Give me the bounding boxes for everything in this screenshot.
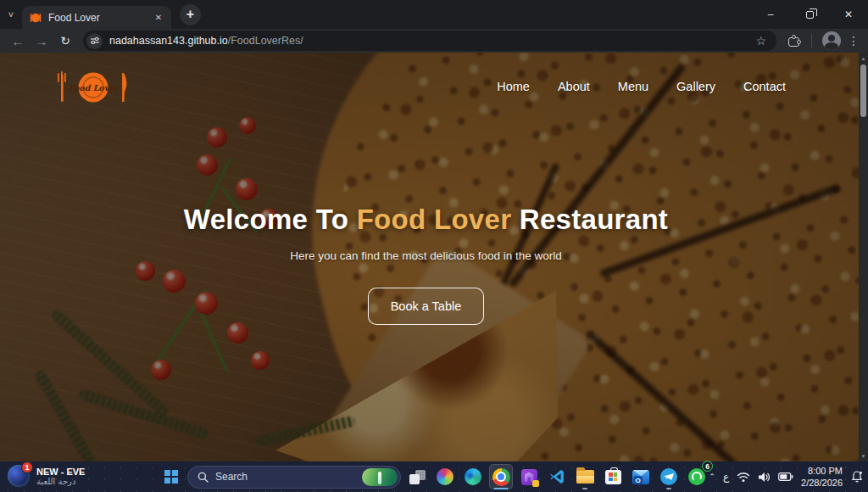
copilot-icon	[437, 468, 453, 485]
system-tray: ⌃ ع 8:00 PM 2/28/2026	[709, 461, 864, 492]
task-view-icon	[409, 470, 426, 484]
restore-icon	[806, 11, 814, 19]
running-indicator	[582, 488, 587, 490]
task-view-button[interactable]	[405, 464, 429, 489]
tab-title: Food Lover	[48, 12, 145, 24]
hero-title: Welcome To Food Lover Restaurant	[0, 204, 852, 236]
search-icon	[198, 472, 209, 483]
outlook-button[interactable]	[629, 464, 653, 489]
site-favicon-icon	[30, 12, 42, 24]
vscode-icon	[548, 468, 565, 485]
toolbar-divider	[811, 34, 812, 48]
profile-avatar[interactable]	[822, 31, 841, 50]
telegram-button[interactable]	[657, 464, 681, 489]
browser-menu-icon[interactable]: ⋮	[846, 34, 861, 48]
search-daily-image	[362, 468, 398, 486]
url-bar[interactable]: nadahassan143.github.io/FoodLoverRes/ ☆	[83, 31, 776, 51]
tab-list-chevron-icon[interactable]: ˅	[0, 9, 22, 20]
forward-button[interactable]: →	[31, 30, 53, 52]
bookmark-star-icon[interactable]: ☆	[755, 34, 773, 48]
file-explorer-button[interactable]	[573, 464, 597, 489]
page-viewport: Food Lover Home About Menu Gallery Conta…	[0, 53, 868, 461]
extensions-icon[interactable]	[788, 36, 799, 47]
site-settings-icon[interactable]	[86, 33, 103, 49]
nav-link-contact[interactable]: Contact	[743, 80, 786, 93]
back-button[interactable]: ←	[7, 30, 29, 52]
url-path: /FoodLoverRes/	[228, 35, 303, 47]
microsoft-store-button[interactable]	[601, 464, 625, 489]
vscode-button[interactable]	[545, 464, 569, 489]
site-logo[interactable]: Food Lover	[49, 66, 137, 107]
site-header: Food Lover Home About Menu Gallery Conta…	[0, 66, 859, 107]
file-explorer-icon	[576, 470, 594, 484]
hero-subtitle: Here you can find the most delicious foo…	[0, 249, 852, 262]
copilot-button[interactable]	[433, 464, 457, 489]
taskbar-search[interactable]: Search	[187, 466, 401, 489]
nav-link-gallery[interactable]: Gallery	[676, 80, 715, 93]
tray-time: 8:00 PM	[801, 465, 843, 477]
scrollbar-down-icon[interactable]: ▼	[859, 450, 868, 461]
nav-link-menu[interactable]: Menu	[618, 80, 648, 93]
edge-icon	[465, 468, 481, 485]
scrollbar-thumb[interactable]	[860, 64, 866, 117]
taskbar: 1 NEW - EVE درجة اللعبة Search	[0, 461, 868, 492]
logo-text: Food Lover	[69, 83, 120, 92]
restore-button[interactable]	[790, 0, 829, 29]
volume-icon[interactable]	[758, 472, 771, 483]
outlook-icon	[632, 470, 649, 484]
windows-logo-icon	[164, 470, 178, 484]
new-tab-button[interactable]: +	[180, 4, 201, 25]
widget-subline: درجة اللعبة	[36, 477, 85, 486]
widget-headline: NEW - EVE	[36, 467, 85, 477]
reload-button[interactable]: ↻	[54, 30, 76, 52]
browser-toolbar: ← → ↻ nadahassan143.github.io/FoodLoverR…	[0, 29, 868, 53]
taskbar-center: Search	[159, 461, 709, 492]
tray-overflow-chevron-icon[interactable]: ⌃	[709, 472, 715, 481]
scrollbar-up-icon[interactable]: ▲	[859, 53, 868, 64]
browser-titlebar: ˅ Food Lover ✕ + – ✕	[0, 0, 868, 29]
book-table-button[interactable]: Book a Table	[368, 288, 485, 325]
hero-copy: Welcome To Food Lover Restaurant Here yo…	[0, 204, 852, 325]
taskbar-clock[interactable]: 8:00 PM 2/28/2026	[801, 465, 843, 489]
nav-link-home[interactable]: Home	[497, 80, 530, 93]
url-text: nadahassan143.github.io/FoodLoverRes/	[109, 35, 303, 47]
url-host: nadahassan143.github.io	[109, 35, 228, 47]
running-indicator	[666, 488, 671, 490]
widgets-badge: 1	[21, 461, 33, 473]
window-controls: – ✕	[751, 0, 868, 29]
microsoft-store-icon	[605, 470, 621, 484]
hero-title-highlight: Food Lover	[357, 204, 512, 235]
chrome-button[interactable]	[489, 464, 513, 489]
notification-bell-icon[interactable]	[850, 470, 864, 484]
language-indicator[interactable]: ع	[723, 471, 729, 483]
minimize-button[interactable]: –	[751, 0, 790, 29]
site-nav: Home About Menu Gallery Contact	[497, 80, 786, 93]
running-indicator	[494, 488, 509, 490]
page-scrollbar[interactable]: ▲ ▼	[859, 53, 868, 461]
whatsapp-icon	[688, 468, 705, 485]
hero-section: Food Lover Home About Menu Gallery Conta…	[0, 53, 859, 461]
edge-button[interactable]	[461, 464, 485, 489]
search-label: Search	[215, 471, 355, 483]
close-button[interactable]: ✕	[829, 0, 868, 29]
chrome-icon	[492, 468, 510, 486]
telegram-icon	[660, 468, 677, 485]
nav-link-about[interactable]: About	[558, 80, 590, 93]
microsoft-365-button[interactable]	[517, 464, 541, 489]
browser-tab[interactable]: Food Lover ✕	[22, 6, 171, 29]
tray-date: 2/28/2026	[801, 477, 843, 489]
microsoft-365-icon	[521, 469, 537, 485]
wifi-icon[interactable]	[737, 472, 750, 483]
tab-close-icon[interactable]: ✕	[152, 11, 165, 25]
battery-icon[interactable]	[778, 472, 793, 482]
widgets-icon: 1	[8, 465, 30, 487]
start-button[interactable]	[159, 464, 183, 489]
widgets-button[interactable]: 1 NEW - EVE درجة اللعبة	[8, 465, 85, 487]
whatsapp-button[interactable]: 6	[685, 464, 709, 489]
